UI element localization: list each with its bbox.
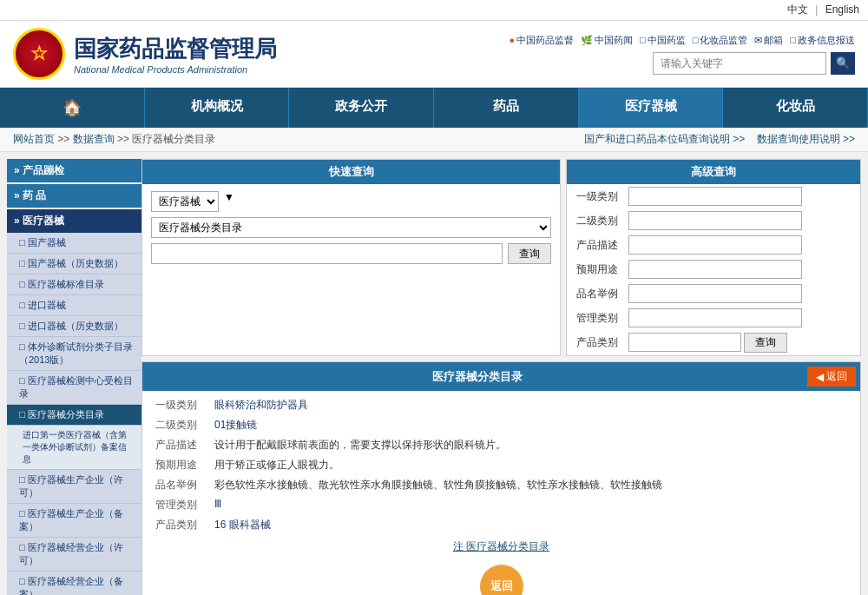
adv-query-table: 一级类别 二级类别 产品描述 预期用途 [567, 184, 860, 355]
site-subtitle: National Medical Products Administration [74, 64, 277, 75]
box-icon: □ [640, 35, 646, 45]
sidebar-item-standard[interactable]: □ 医疗器械标准目录 [7, 274, 141, 295]
drug-code-link[interactable]: 国产和进口药品本位码查询说明 >> [584, 133, 745, 145]
adv-label-3: 预期用途 [567, 257, 623, 281]
link-weibo[interactable]: ● 中国药品监督 [509, 34, 574, 47]
result-title-bar: 医疗器械分类目录 ◀ 返回 [142, 362, 860, 391]
sidebar-item-import[interactable]: □ 进口器械 [7, 295, 141, 316]
category-select[interactable]: 医疗器械 [151, 191, 219, 212]
sidebar-item-invitro[interactable]: □ 体外诊断试剂分类子目录（2013版） [7, 337, 141, 371]
result-label-5: 管理类别 [155, 498, 207, 512]
adv-row-3: 预期用途 [567, 257, 860, 281]
adv-input-3[interactable] [628, 260, 802, 279]
adv-input-0[interactable] [628, 187, 802, 206]
adv-label-1: 二级类别 [567, 208, 623, 233]
return-icon: ◀ [816, 371, 824, 383]
lang-en[interactable]: English [825, 3, 859, 16]
sidebar-title-pingjian[interactable]: » 产品蹦检 [7, 159, 141, 182]
gov-icon: □ [790, 35, 796, 45]
breadcrumb-data[interactable]: 数据查询 [73, 133, 115, 145]
header-links: ● 中国药品监督 🌿 中国药闻 □ 中国药监 □ 化妆品监管 ✉ 邮箱 □ 政务… [509, 34, 855, 47]
breadcrumb-bar: 网站首页 >> 数据查询 >> 医疗器械分类目录 国产和进口药品本位码查询说明 … [0, 128, 868, 152]
quick-query-title: 快速查询 [142, 160, 560, 184]
adv-input-6[interactable] [628, 333, 741, 352]
link-email[interactable]: ✉ 邮箱 [754, 34, 783, 47]
sidebar: » 产品蹦检 » 药 品 » 医疗器械 □ 国产器械 □ 国产器械（历史数据） … [7, 159, 141, 595]
breadcrumb: 网站首页 >> 数据查询 >> 医疗器械分类目录 [13, 132, 215, 147]
result-row-5: 管理类别 Ⅲ [155, 498, 847, 512]
sidebar-item-biz-record[interactable]: □ 医疗器械经营企业（备案） [7, 572, 141, 595]
adv-label-5: 管理类别 [567, 306, 623, 330]
adv-input-4[interactable] [628, 284, 802, 303]
breadcrumb-home[interactable]: 网站首页 [13, 133, 55, 145]
note-link[interactable]: 注 医疗器械分类目录 [453, 540, 549, 552]
sidebar-item-biz-permit[interactable]: □ 医疗器械经营企业（许可） [7, 538, 141, 572]
header: ☆ 国家药品监督管理局 National Medical Products Ad… [0, 21, 868, 88]
result-value-1: 01接触镜 [214, 418, 257, 433]
link-yaow[interactable]: 🌿 中国药闻 [581, 34, 633, 47]
quick-query-button[interactable]: 查询 [508, 243, 551, 264]
adv-input-1[interactable] [628, 211, 802, 230]
sidebar-item-import-first[interactable]: 进口第一类医疗器械（含第一类体外诊断试剂）备案信息 [7, 426, 141, 470]
sidebar-item-domestic-hist[interactable]: □ 国产器械（历史数据） [7, 254, 141, 274]
adv-input-2[interactable] [628, 235, 802, 255]
adv-label-2: 产品描述 [567, 233, 623, 257]
result-area: 医疗器械分类目录 ◀ 返回 一级类别 眼科矫治和防护器具 二级类别 01接触镜 … [141, 361, 861, 595]
result-row-4: 品名举例 彩色软性亲水接触镜、散光软性亲水角膜接触镜、软性角膜接触镜、软性亲水接… [155, 478, 847, 493]
content-area: » 产品蹦检 » 药 品 » 医疗器械 □ 国产器械 □ 国产器械（历史数据） … [0, 152, 868, 595]
sidebar-item-mfr-record[interactable]: □ 医疗器械生产企业（备案） [7, 504, 141, 538]
adv-query-button[interactable]: 查询 [744, 333, 787, 353]
adv-row-2: 产品描述 [567, 233, 860, 257]
nav-devices[interactable]: 医疗器械 [579, 88, 724, 128]
sidebar-item-mfr-permit[interactable]: □ 医疗器械生产企业（许可） [7, 470, 141, 504]
result-value-2: 设计用于配戴眼球前表面的，需要支撑以保持形状的眼科镜片。 [214, 438, 506, 453]
result-label-3: 预期用途 [155, 458, 207, 473]
language-bar: 中文 | English [0, 0, 868, 21]
return-circle-button[interactable]: 返回 [480, 565, 523, 595]
query-help-link[interactable]: 数据查询使用说明 >> [757, 133, 855, 145]
nav-institution[interactable]: 机构概况 [145, 88, 290, 128]
nav-home[interactable]: 🏠 [0, 88, 145, 128]
main-nav: 🏠 机构概况 政务公开 药品 医疗器械 化妆品 [0, 88, 868, 128]
note-line: 注 医疗器械分类目录 [155, 539, 847, 554]
result-row-6: 产品类别 16 眼科器械 [155, 518, 847, 532]
breadcrumb-current: 医疗器械分类目录 [132, 133, 215, 145]
adv-row-4: 品名举例 [567, 281, 860, 306]
adv-query-title: 高级查询 [567, 160, 860, 184]
return-button-top[interactable]: ◀ 返回 [807, 367, 856, 387]
result-title: 医疗器械分类目录 [147, 369, 807, 385]
leaf-icon: 🌿 [581, 35, 593, 46]
result-label-4: 品名举例 [155, 478, 207, 493]
sidebar-item-import-hist[interactable]: □ 进口器械（历史数据） [7, 316, 141, 337]
sidebar-item-domestic[interactable]: □ 国产器械 [7, 233, 141, 254]
adv-label-4: 品名举例 [567, 281, 623, 306]
adv-input-5[interactable] [628, 308, 802, 327]
nav-drugs[interactable]: 药品 [434, 88, 579, 128]
result-label-1: 二级类别 [155, 418, 207, 433]
link-gov[interactable]: □ 政务信息报送 [790, 34, 855, 47]
search-button[interactable]: 🔍 [831, 52, 855, 75]
nav-cosmetics[interactable]: 化妆品 [723, 88, 868, 128]
lang-zh[interactable]: 中文 [787, 3, 808, 16]
query-input-row: 查询 [151, 243, 551, 264]
sidebar-title-drugs[interactable]: » 药 品 [7, 184, 141, 208]
link-cosmetics[interactable]: □ 化妆品监管 [693, 34, 748, 47]
subcategory-select[interactable]: 医疗器械分类目录 [151, 217, 551, 238]
sidebar-title-devices[interactable]: » 医疗器械 [7, 209, 141, 233]
header-right: ● 中国药品监督 🌿 中国药闻 □ 中国药监 □ 化妆品监管 ✉ 邮箱 □ 政务… [509, 34, 855, 75]
main-content: 快速查询 医疗器械 ▼ 医疗器械分类目录 查询 [141, 159, 861, 595]
nav-affairs[interactable]: 政务公开 [289, 88, 434, 128]
search-bar: 🔍 [653, 52, 855, 75]
logo-emblem: ☆ [13, 28, 65, 80]
quick-query-box: 快速查询 医疗器械 ▼ 医疗器械分类目录 查询 [141, 159, 561, 356]
sidebar-item-check[interactable]: □ 医疗器械检测中心受检目录 [7, 371, 141, 405]
link-jianguan[interactable]: □ 中国药监 [640, 34, 686, 47]
adv-query-box: 高级查询 一级类别 二级类别 产品描述 预期用途 [566, 159, 861, 356]
sidebar-item-classify[interactable]: □ 医疗器械分类目录 [7, 405, 141, 426]
result-label-6: 产品类别 [155, 518, 207, 532]
search-input[interactable] [653, 52, 826, 75]
result-row-2: 产品描述 设计用于配戴眼球前表面的，需要支撑以保持形状的眼科镜片。 [155, 438, 847, 453]
subcategory-row: 医疗器械分类目录 [151, 217, 551, 238]
quick-search-input[interactable] [151, 243, 503, 264]
result-row-0: 一级类别 眼科矫治和防护器具 [155, 398, 847, 413]
